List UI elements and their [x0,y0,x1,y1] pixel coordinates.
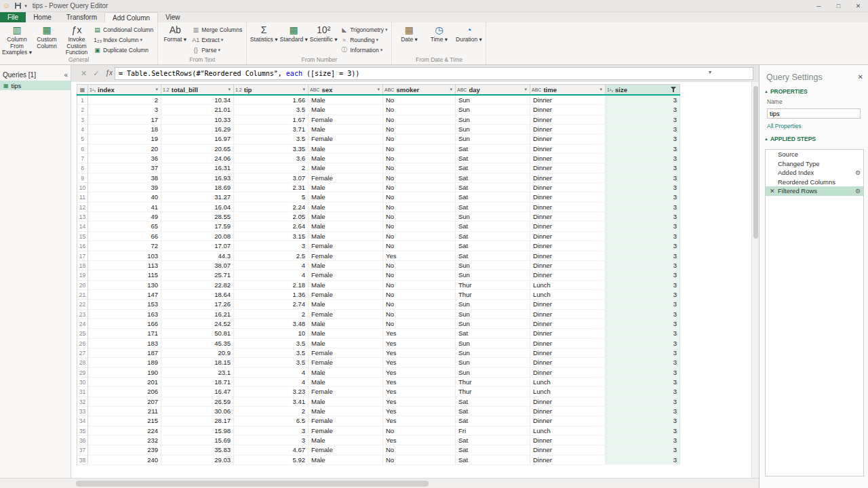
cell-size[interactable]: 3 [606,212,680,222]
cell-total_bill[interactable]: 16.04 [161,203,234,212]
minimize-button[interactable]: ─ [809,0,829,12]
cell-time[interactable]: Dinner [530,163,606,173]
cell-sex[interactable]: Male [309,319,383,329]
column-from-examples-button[interactable]: ▥Column From Examples ▾ [2,23,32,56]
row-number[interactable]: 33 [77,407,88,416]
cell-index[interactable]: 49 [88,212,161,222]
cell-size[interactable]: 3 [606,174,680,183]
cell-total_bill[interactable]: 24.06 [161,154,234,163]
cell-size[interactable]: 3 [606,319,680,329]
cell-day[interactable]: Sat [456,445,530,455]
cell-smoker[interactable]: No [383,212,456,222]
conditional-column-button[interactable]: ▤Conditional Column [92,24,155,35]
row-number[interactable]: 35 [77,426,88,436]
cell-tip[interactable]: 2.31 [234,183,309,192]
cell-tip[interactable]: 2 [234,310,309,319]
cell-sex[interactable]: Male [309,281,383,290]
row-number[interactable]: 19 [77,270,88,280]
cell-time[interactable]: Lunch [530,378,606,387]
cell-tip[interactable]: 3.6 [234,154,309,163]
cell-index[interactable]: 20 [88,144,161,154]
cell-index[interactable]: 41 [88,203,161,212]
query-item-tips[interactable]: ▦tips [0,81,71,90]
cell-index[interactable]: 187 [88,348,161,358]
cell-index[interactable]: 17 [88,115,161,125]
cell-time[interactable]: Dinner [530,251,606,261]
cell-time[interactable]: Dinner [530,154,606,163]
cell-day[interactable]: Sun [456,368,530,378]
cell-smoker[interactable]: Yes [383,368,456,378]
cell-tip[interactable]: 3.35 [234,144,309,154]
cell-time[interactable]: Dinner [530,436,606,445]
cell-time[interactable]: Dinner [530,358,606,367]
cell-index[interactable]: 65 [88,222,161,231]
cell-total_bill[interactable]: 35.83 [161,445,234,455]
cell-index[interactable]: 40 [88,192,161,202]
applied-step-changed-type[interactable]: Changed Type [766,159,863,169]
cell-sex[interactable]: Male [309,300,383,309]
cell-size[interactable]: 3 [606,387,680,396]
cell-smoker[interactable]: Yes [383,436,456,445]
cell-tip[interactable]: 5 [234,192,309,202]
cell-tip[interactable]: 3 [234,241,309,251]
cell-time[interactable]: Dinner [530,310,606,319]
cell-smoker[interactable]: No [383,203,456,212]
cell-size[interactable]: 3 [606,183,680,192]
save-icon[interactable] [15,3,21,9]
close-panel-icon[interactable]: ✕ [858,73,863,81]
cell-index[interactable]: 18 [88,125,161,134]
cell-sex[interactable]: Male [309,436,383,445]
cell-smoker[interactable]: No [383,241,456,251]
cell-sex[interactable]: Female [309,416,383,426]
cell-day[interactable]: Sun [456,270,530,280]
cell-index[interactable]: 211 [88,407,161,416]
cell-day[interactable]: Sat [456,174,530,183]
cell-time[interactable]: Lunch [530,426,606,436]
cell-index[interactable]: 66 [88,232,161,241]
vertical-scrollbar-thumb[interactable] [753,86,758,239]
cell-day[interactable]: Sat [456,251,530,261]
row-number[interactable]: 8 [77,163,88,173]
cell-total_bill[interactable]: 16.31 [161,163,234,173]
cell-index[interactable]: 224 [88,426,161,436]
cell-time[interactable]: Dinner [530,105,606,115]
cell-sex[interactable]: Male [309,232,383,241]
cell-sex[interactable]: Female [309,426,383,436]
cell-index[interactable]: 2 [88,96,161,105]
cell-total_bill[interactable]: 10.33 [161,115,234,125]
cell-size[interactable]: 3 [606,232,680,241]
all-properties-link[interactable]: All Properties [760,119,868,129]
cell-smoker[interactable]: No [383,183,456,192]
cell-size[interactable]: 3 [606,445,680,455]
quick-access-dropdown-icon[interactable]: ▾ [24,3,27,9]
cell-total_bill[interactable]: 17.07 [161,241,234,251]
duration-button[interactable]: ◔Duration ▾ [454,23,484,56]
properties-section-header[interactable]: ▲PROPERTIES [760,82,868,96]
row-number[interactable]: 13 [77,212,88,222]
cell-index[interactable]: 183 [88,339,161,348]
cell-smoker[interactable]: No [383,290,456,300]
cell-total_bill[interactable]: 50.81 [161,329,234,338]
row-number[interactable]: 18 [77,261,88,270]
cell-index[interactable]: 201 [88,378,161,387]
cell-smoker[interactable]: No [383,144,456,154]
cell-total_bill[interactable]: 18.64 [161,290,234,300]
column-header-time[interactable]: ABCtime▾ [530,84,606,94]
cell-index[interactable]: 38 [88,174,161,183]
cell-size[interactable]: 3 [606,300,680,309]
cell-day[interactable]: Sun [456,125,530,134]
cell-tip[interactable]: 3 [234,426,309,436]
cell-size[interactable]: 3 [606,281,680,290]
cell-sex[interactable]: Male [309,212,383,222]
row-number[interactable]: 23 [77,310,88,319]
cell-day[interactable]: Sat [456,329,530,338]
row-number[interactable]: 10 [77,183,88,192]
query-name-input[interactable] [767,108,861,119]
cell-smoker[interactable]: No [383,134,456,144]
cell-day[interactable]: Sun [456,348,530,358]
cell-time[interactable]: Dinner [530,115,606,125]
cell-time[interactable]: Dinner [530,125,606,134]
cell-tip[interactable]: 3.71 [234,125,309,134]
row-number[interactable]: 24 [77,319,88,329]
row-number[interactable]: 7 [77,154,88,163]
